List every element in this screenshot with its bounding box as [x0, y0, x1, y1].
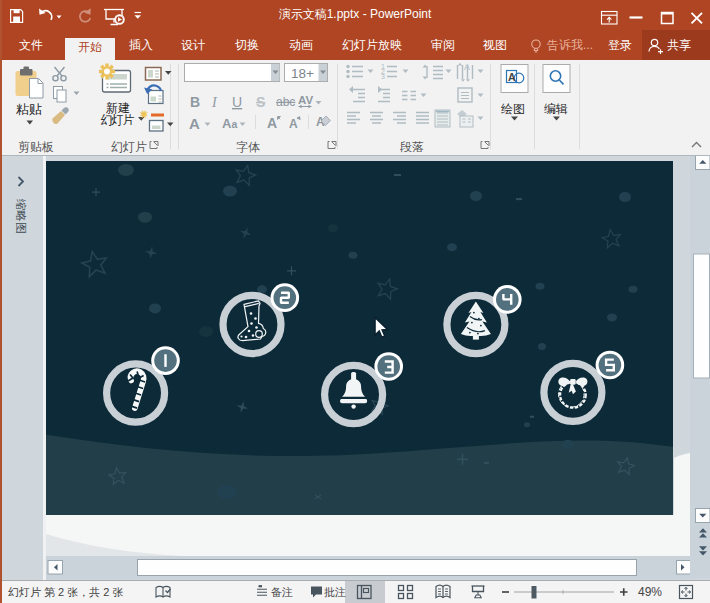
svg-text:3: 3 — [381, 73, 385, 80]
svg-text:缩略图: 缩略图 — [15, 199, 27, 234]
svg-text:Aa: Aa — [222, 116, 237, 131]
svg-text:S: S — [256, 94, 265, 110]
svg-text:AV: AV — [298, 94, 313, 106]
svg-text:A: A — [189, 115, 200, 132]
svg-text:A: A — [289, 117, 298, 131]
svg-text:A: A — [508, 71, 516, 83]
svg-text:U: U — [232, 94, 242, 110]
svg-text:B: B — [190, 94, 200, 110]
svg-text:abc: abc — [276, 95, 295, 109]
svg-text:A: A — [464, 62, 470, 72]
svg-text:I: I — [211, 95, 218, 110]
svg-text:18+: 18+ — [291, 66, 314, 81]
svg-text:A: A — [267, 115, 277, 131]
